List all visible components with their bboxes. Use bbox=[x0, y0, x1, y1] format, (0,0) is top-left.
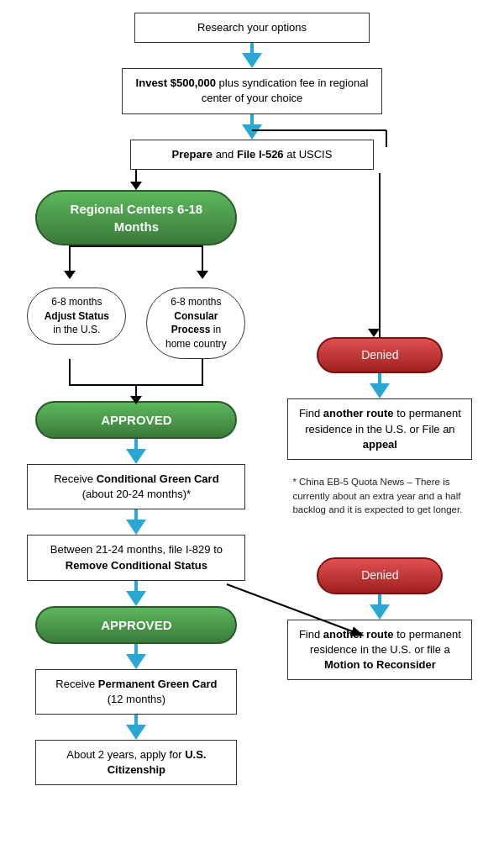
citizenship-box: About 2 years, apply for U.S. Citizenshi… bbox=[35, 740, 237, 785]
research-box: Research your options bbox=[134, 13, 370, 43]
approved1-text: APPROVED bbox=[35, 401, 237, 439]
denied1-text: Denied bbox=[317, 337, 443, 374]
china-note: * China EB-5 Quota News – There is curre… bbox=[287, 468, 472, 524]
find-route2-box: Find another route to permanent residenc… bbox=[287, 620, 472, 681]
research-text: Research your options bbox=[197, 21, 307, 34]
conditional-gc-box: Receive Conditional Green Card (about 20… bbox=[27, 464, 245, 509]
remove-conditional-box: Between 21-24 months, file I-829 to Remo… bbox=[27, 535, 245, 580]
approved2-box: APPROVED bbox=[35, 606, 237, 644]
adjust-status-box: 6-8 months Adjust Status in the U.S. bbox=[27, 288, 126, 345]
invest-text: Invest $500,000 plus syndication fee in … bbox=[136, 77, 369, 104]
regional-centers-box: Regional Centers 6-18 Months bbox=[35, 190, 237, 245]
denied2-box: Denied bbox=[317, 557, 443, 594]
find-route1-box: Find another route to permanent residenc… bbox=[287, 398, 472, 460]
prepare-text: Prepare and File I-526 at USCIS bbox=[172, 148, 333, 161]
invest-box: Invest $500,000 plus syndication fee in … bbox=[122, 68, 382, 113]
permanent-gc-box: Receive Permanent Green Card (12 months) bbox=[35, 669, 237, 715]
approved2-text: APPROVED bbox=[35, 606, 237, 644]
denied2-text: Denied bbox=[317, 557, 443, 594]
prepare-box: Prepare and File I-526 at USCIS bbox=[130, 140, 374, 170]
denied1-box: Denied bbox=[317, 337, 443, 374]
approved1-box: APPROVED bbox=[35, 401, 237, 439]
regional-centers-text: Regional Centers 6-18 Months bbox=[35, 190, 237, 245]
consular-process-box: 6-8 months Consular Process in home coun… bbox=[146, 288, 245, 359]
flowchart: Research your options Invest $500,000 pl… bbox=[0, 0, 504, 798]
